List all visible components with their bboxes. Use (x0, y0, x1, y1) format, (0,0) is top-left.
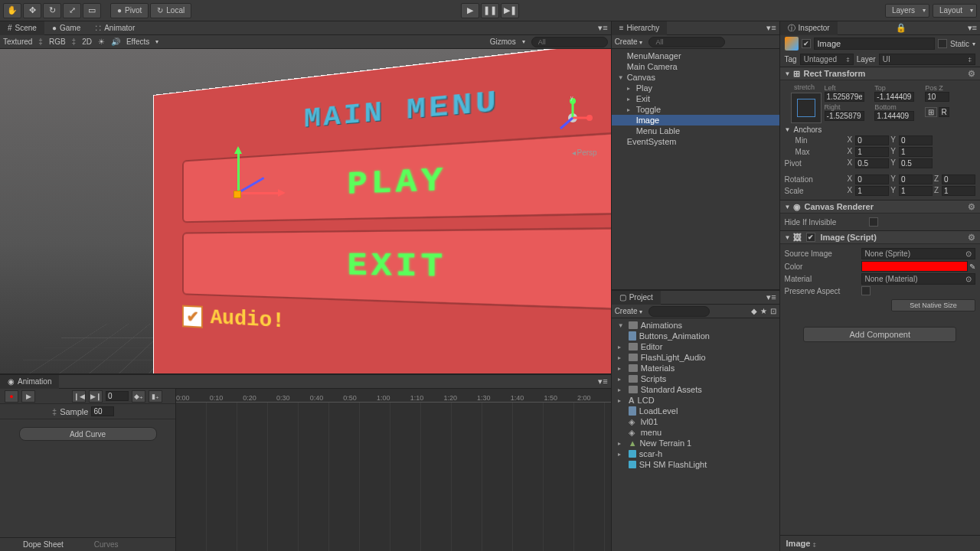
move-tool[interactable]: ✥ (23, 3, 41, 18)
project-item[interactable]: ▸▲New Terrain 1 (612, 438, 779, 448)
hide-invisible-checkbox[interactable] (869, 217, 878, 227)
add-curve-button[interactable]: Add Curve (19, 427, 157, 441)
toggle-2d[interactable]: 2D (82, 37, 92, 46)
rot-z[interactable] (942, 174, 975, 184)
project-item[interactable]: ▸Standard Assets (612, 384, 779, 395)
eyedropper-icon[interactable]: ✎ (969, 262, 975, 271)
layers-dropdown[interactable]: Layers (885, 4, 929, 18)
anchor-max-y[interactable] (899, 147, 933, 157)
frame-input[interactable] (106, 391, 129, 401)
project-item[interactable]: ▼Animations (612, 320, 779, 331)
material-field[interactable]: None (Material)⊙ (861, 273, 975, 285)
project-search[interactable] (648, 306, 710, 317)
timeline[interactable]: 0:000:100:200:300:400:501:001:101:201:30… (176, 389, 611, 551)
filter-icon[interactable]: ◆ (751, 307, 757, 315)
tag-dropdown[interactable]: Untagged‡ (800, 54, 854, 65)
scale-y[interactable] (899, 186, 933, 196)
project-item[interactable]: ▸scar-h (612, 448, 779, 459)
top-input[interactable] (874, 92, 914, 102)
step-button[interactable]: ▶❚ (501, 3, 519, 18)
rect-tool[interactable]: ▭ (83, 3, 101, 18)
dope-sheet-tab[interactable]: Dope Sheet (23, 540, 64, 549)
project-item[interactable]: SH SM FlashLight (612, 459, 779, 470)
add-component-button[interactable]: Add Component (803, 327, 956, 342)
hierarchy-item[interactable]: ▼Canvas (612, 72, 779, 83)
render-mode[interactable]: RGB (49, 37, 66, 46)
x-axis-handle[interactable] (237, 192, 283, 194)
hierarchy-item[interactable]: Menu Lable (612, 126, 779, 136)
hierarchy-item[interactable]: EventSystem (612, 136, 779, 147)
tab-project[interactable]: ▢ Project (612, 291, 661, 305)
pivot-toggle[interactable]: ● Pivot (110, 3, 149, 18)
hierarchy-item[interactable]: ▸Play (612, 83, 779, 93)
light-icon[interactable]: ☀ (98, 37, 105, 46)
anchor-preset-button[interactable] (791, 93, 822, 123)
tab-hierarchy[interactable]: ≡ Hierarchy (612, 21, 668, 35)
project-create[interactable]: Create ▾ (615, 307, 643, 315)
project-item[interactable]: ▸FlashLight_Audio (612, 352, 779, 363)
anchors-foldout[interactable]: Anchors (793, 126, 822, 134)
tab-scene[interactable]: # Scene (0, 21, 44, 35)
project-item[interactable]: LoadLevel (612, 406, 779, 416)
scale-tool[interactable]: ⤢ (63, 3, 81, 18)
project-item[interactable]: Buttons_Animation (612, 331, 779, 341)
hierarchy-search[interactable] (648, 37, 725, 47)
gizmo-center[interactable] (234, 191, 241, 198)
panel-menu-icon[interactable]: ▾≡ (595, 377, 610, 386)
pivot-x[interactable] (855, 158, 889, 168)
project-item[interactable]: ▸Editor (612, 341, 779, 352)
y-axis-handle[interactable] (237, 148, 240, 194)
anchor-min-y[interactable] (899, 135, 933, 145)
hierarchy-item[interactable]: ▸Toggle (612, 104, 779, 115)
rot-y[interactable] (899, 174, 933, 184)
record-button[interactable]: ● (5, 390, 18, 403)
gear-icon[interactable]: ⚙ (968, 202, 975, 212)
posz-input[interactable] (925, 92, 949, 102)
sample-input[interactable] (91, 406, 114, 416)
rotate-tool[interactable]: ↻ (43, 3, 61, 18)
image-script-header[interactable]: ▼ 🖼 ✔ Image (Script) ⚙ (780, 230, 980, 244)
layout-dropdown[interactable]: Layout (933, 4, 977, 18)
gear-icon[interactable]: ⚙ (968, 69, 975, 79)
project-item[interactable]: menu (612, 427, 779, 438)
right-input[interactable] (825, 111, 864, 121)
anchor-min-x[interactable] (855, 135, 889, 145)
raw-edit-button[interactable]: R (939, 107, 949, 117)
tab-animator[interactable]: ⸬ Animator (88, 21, 142, 35)
active-checkbox[interactable]: ✔ (802, 39, 811, 48)
persp-label[interactable]: ◂Persp (572, 148, 597, 157)
add-key-button[interactable]: ◆₊ (132, 390, 145, 403)
shading-mode[interactable]: Textured (3, 37, 32, 46)
gizmos-dropdown[interactable]: Gizmos (490, 37, 516, 46)
panel-menu-icon[interactable]: ▾≡ (763, 292, 779, 302)
save-search-icon[interactable]: ⊡ (770, 307, 776, 315)
hierarchy-create[interactable]: Create ▾ (615, 37, 643, 46)
panel-menu-icon[interactable]: ▾≡ (965, 23, 980, 33)
color-field[interactable] (861, 261, 968, 272)
audio-icon[interactable]: 🔊 (111, 37, 120, 46)
play-button[interactable]: ▶ (461, 3, 479, 18)
panel-menu-icon[interactable]: ▾≡ (763, 23, 779, 33)
add-event-button[interactable]: ▮₊ (149, 390, 162, 403)
bottom-input[interactable] (874, 111, 914, 121)
rect-transform-header[interactable]: ▼ ⊞ Rect Transform ⚙ (780, 67, 980, 80)
hierarchy-item[interactable]: ▸Exit (612, 93, 779, 104)
anim-play-button[interactable]: ▶ (21, 390, 35, 403)
panel-menu-icon[interactable]: ▾≡ (595, 23, 610, 33)
left-input[interactable] (825, 92, 864, 102)
project-item[interactable]: ▸ALCD (612, 395, 779, 406)
static-checkbox[interactable] (938, 39, 947, 48)
blueprint-icon[interactable]: ⊞ (925, 107, 937, 117)
gear-icon[interactable]: ⚙ (968, 233, 975, 243)
hierarchy-item[interactable]: Main Camera (612, 61, 779, 72)
project-item[interactable]: lvl01 (612, 416, 779, 427)
canvas-renderer-header[interactable]: ▼ ◉ Canvas Renderer ⚙ (780, 200, 980, 214)
hierarchy-item[interactable]: Image (612, 115, 779, 126)
image-enabled-checkbox[interactable]: ✔ (806, 233, 815, 242)
orientation-gizmo[interactable]: y (550, 95, 596, 141)
tab-animation[interactable]: ◉ Animation (0, 375, 59, 389)
star-icon[interactable]: ★ (760, 307, 767, 315)
prev-key-button[interactable]: ❙◀ (72, 390, 86, 403)
tab-game[interactable]: ● Game (44, 21, 88, 35)
object-name-input[interactable] (814, 37, 935, 50)
